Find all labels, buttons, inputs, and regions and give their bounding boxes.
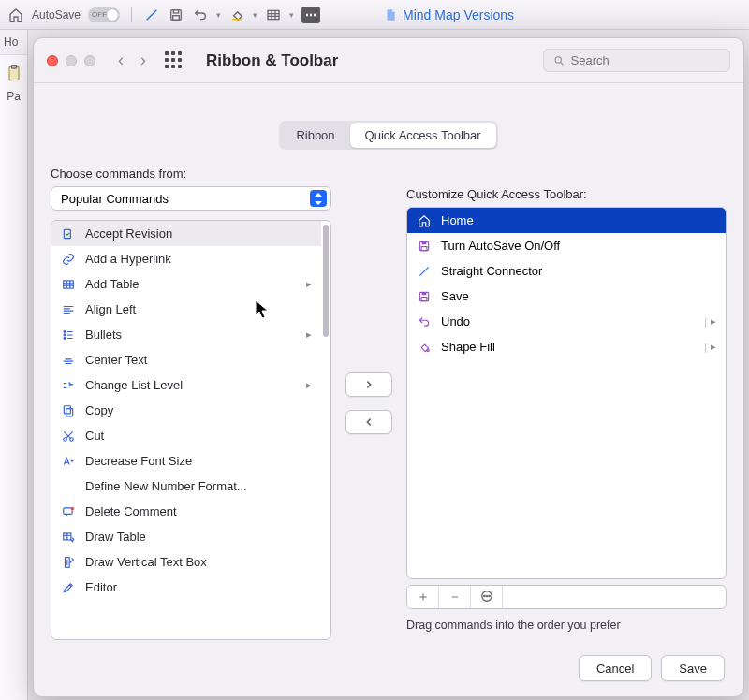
- command-row[interactable]: Cut: [51, 423, 321, 448]
- svg-point-27: [483, 595, 484, 596]
- maximize-window-button[interactable]: [84, 55, 95, 66]
- nav-forward-button[interactable]: ›: [140, 51, 146, 70]
- command-icon: [61, 530, 76, 545]
- command-row[interactable]: Align Left: [51, 297, 321, 322]
- qat-add-button[interactable]: ＋: [407, 586, 439, 608]
- search-input[interactable]: [571, 53, 720, 67]
- close-window-button[interactable]: [47, 55, 58, 66]
- command-row[interactable]: Editor: [51, 575, 321, 600]
- qat-item-label: Turn AutoSave On/Off: [441, 239, 560, 253]
- command-row[interactable]: Accept Revision: [51, 221, 321, 246]
- submenu-indicator: |▸: [702, 315, 716, 328]
- table-icon[interactable]: [265, 7, 282, 23]
- command-icon: [61, 504, 76, 519]
- tab-quick-access-toolbar[interactable]: Quick Access Toolbar: [350, 123, 496, 148]
- dialog-titlebar: ‹ › Ribbon & Toolbar: [34, 38, 743, 83]
- svg-rect-23: [422, 292, 427, 295]
- clipboard-icon[interactable]: [5, 63, 23, 83]
- command-row[interactable]: Decrease Font Size: [51, 448, 321, 474]
- command-row[interactable]: Bullets|▸: [51, 322, 321, 347]
- search-icon: [553, 54, 565, 67]
- scrollbar[interactable]: [323, 225, 329, 337]
- save-button[interactable]: Save: [661, 655, 725, 681]
- qat-row[interactable]: Home: [407, 208, 726, 233]
- qat-item-label: Home: [441, 213, 474, 227]
- command-label: Add a Hyperlink: [85, 252, 312, 266]
- command-row[interactable]: Draw Vertical Text Box: [51, 549, 321, 575]
- nav-back-button[interactable]: ‹: [118, 51, 124, 70]
- qat-item-label: Undo: [441, 314, 470, 328]
- svg-point-10: [64, 334, 66, 336]
- apps-grid-icon[interactable]: [165, 51, 184, 70]
- command-icon: [61, 226, 76, 241]
- autosave-toggle[interactable]: OFF: [88, 7, 120, 22]
- svg-rect-13: [64, 405, 70, 413]
- autosave-label: AutoSave: [32, 8, 81, 22]
- save-icon[interactable]: [168, 7, 184, 23]
- command-label: Delete Comment: [85, 504, 312, 518]
- search-field[interactable]: [543, 49, 730, 72]
- home-icon[interactable]: [7, 7, 24, 23]
- dialog-footer: Cancel Save: [34, 640, 743, 696]
- svg-rect-3: [268, 10, 279, 19]
- command-row[interactable]: Center Text: [51, 347, 321, 372]
- qat-list[interactable]: HomeTurn AutoSave On/OffStraight Connect…: [406, 207, 727, 579]
- qat-row[interactable]: Save: [407, 284, 726, 309]
- command-icon: [61, 580, 76, 595]
- more-icon[interactable]: ⋯: [301, 7, 320, 23]
- tab-switcher: Ribbon Quick Access Toolbar: [279, 121, 497, 150]
- autosave-state: OFF: [92, 10, 107, 19]
- command-row[interactable]: Add a Hyperlink: [51, 246, 321, 271]
- qat-list-controls: ＋ －: [406, 585, 727, 609]
- svg-point-25: [427, 349, 429, 351]
- document-title: Mind Map Versions: [384, 7, 514, 22]
- qat-item-icon: [417, 289, 432, 304]
- command-icon: [61, 353, 76, 368]
- dialog-title: Ribbon & Toolbar: [206, 51, 338, 70]
- qat-row[interactable]: Shape Fill|▸: [407, 334, 726, 359]
- qat-item-icon: [417, 340, 432, 355]
- command-label: Accept Revision: [85, 226, 312, 241]
- tab-home-abbrev[interactable]: Ho: [0, 30, 27, 55]
- qat-options-button[interactable]: [471, 586, 503, 608]
- commands-list[interactable]: Accept RevisionAdd a HyperlinkAdd Table▸…: [51, 220, 331, 640]
- qat-item-label: Save: [441, 289, 469, 303]
- command-icon: [61, 454, 76, 469]
- qat-row[interactable]: Undo|▸: [407, 309, 726, 334]
- command-label: Change List Level: [85, 378, 297, 392]
- command-icon: [61, 277, 76, 292]
- svg-point-9: [64, 330, 66, 332]
- add-command-button[interactable]: [345, 372, 392, 397]
- command-row[interactable]: Copy: [51, 398, 321, 423]
- command-icon: [61, 429, 76, 444]
- command-row[interactable]: Add Table▸: [51, 271, 321, 297]
- svg-rect-1: [173, 9, 178, 12]
- choose-commands-select[interactable]: Popular Commands: [51, 186, 331, 211]
- qat-item-icon: [417, 213, 432, 228]
- shape-fill-icon[interactable]: [228, 7, 245, 23]
- command-row[interactable]: Change List Level▸: [51, 372, 321, 398]
- remove-command-button[interactable]: [345, 410, 392, 434]
- cancel-button[interactable]: Cancel: [579, 655, 652, 681]
- command-row[interactable]: Draw Table: [51, 524, 321, 549]
- command-row[interactable]: Delete Comment: [51, 499, 321, 524]
- qat-row[interactable]: Turn AutoSave On/Off: [407, 233, 726, 258]
- line-icon[interactable]: [143, 7, 160, 23]
- qat-remove-button[interactable]: －: [439, 586, 471, 608]
- submenu-indicator: |▸: [298, 328, 312, 341]
- command-label: Add Table: [85, 277, 297, 291]
- select-caret-icon: [310, 190, 327, 207]
- undo-icon[interactable]: [192, 7, 209, 23]
- tab-ribbon[interactable]: Ribbon: [281, 123, 349, 148]
- customize-qat-label: Customize Quick Access Toolbar:: [406, 187, 727, 201]
- minimize-window-button[interactable]: [66, 55, 77, 66]
- svg-rect-21: [421, 246, 427, 250]
- command-label: Draw Table: [85, 530, 312, 544]
- command-row[interactable]: Define New Number Format...: [51, 474, 321, 499]
- svg-rect-12: [66, 408, 73, 416]
- qat-row[interactable]: Straight Connector: [407, 258, 726, 284]
- qat-item-icon: [417, 239, 432, 254]
- command-label: Cut: [85, 429, 312, 443]
- svg-rect-20: [422, 241, 427, 244]
- svg-point-11: [64, 337, 66, 339]
